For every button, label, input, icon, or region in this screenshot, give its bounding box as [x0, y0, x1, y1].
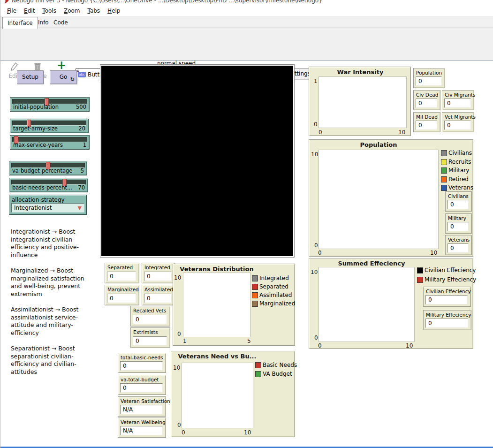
chooser-allocation-strategy[interactable]: allocation-strategy Integrationist ▼ — [9, 195, 87, 215]
axis-label: 0 — [314, 242, 318, 249]
slider-label: basic-needs-percent... — [12, 184, 72, 191]
title-bar: Netlogo mil ver 3 - Netlogo {C:\Users\..… — [0, 0, 493, 5]
slider-basic-needs-percent[interactable]: basic-needs-percent...70 — [9, 178, 88, 192]
monitor-total-basic-needs: total-basic-needs0 — [118, 353, 166, 373]
legend-swatch — [441, 167, 447, 174]
menu-file[interactable]: File — [3, 7, 20, 15]
plot-area — [319, 76, 407, 128]
monitor-marginalized: Marginalized0 — [105, 285, 139, 305]
note-integrationist: Integrationist → Boost integrationist ci… — [11, 228, 91, 259]
legend-swatch — [252, 275, 258, 281]
plot-title: Veterans Distribution — [173, 266, 260, 273]
axis-label: 0 — [318, 250, 322, 256]
netlogo-app-icon — [4, 0, 9, 4]
monitor-va-total-budget: va-total-budget0 — [118, 375, 166, 395]
slider-value: 20 — [78, 125, 85, 132]
chooser-value: Integrationist — [14, 205, 52, 211]
axis-label: 0 — [314, 121, 318, 128]
menu-zoom[interactable]: Zoom — [60, 7, 84, 15]
tab-code[interactable]: Code — [49, 17, 73, 29]
monitor-vet-migrants: Vet Migrants0 — [442, 112, 474, 132]
legend-item-integrated: Integrated — [252, 275, 289, 281]
axis-label: 10 — [398, 129, 405, 136]
monitor-veteran-satisfaction: Veteran SatisfactionN/A — [118, 396, 166, 417]
slider-label: target-army-size — [13, 125, 58, 132]
legend-item-civilian-effeciency: Civilian Effeciency — [417, 267, 476, 273]
menu-edit[interactable]: Edit — [20, 7, 38, 15]
plot-area — [182, 363, 253, 428]
plot-area — [319, 267, 415, 342]
pencil-icon — [10, 62, 18, 71]
legend-item-civilians: Civilians — [441, 150, 472, 156]
world-view-frame — [100, 64, 295, 258]
monitor-integrated: Integrated0 — [142, 263, 175, 283]
axis-label: 0 — [182, 429, 185, 436]
menu-tools[interactable]: Tools — [38, 7, 60, 15]
monitor-veteran-wellbeing: Veteran WellbeingN/A — [118, 418, 166, 438]
plot-area — [319, 150, 439, 249]
monitor-assimilated: Assimilated0 — [142, 285, 175, 305]
chooser-select[interactable]: Integrationist ▼ — [11, 203, 84, 213]
legend-swatch — [252, 292, 258, 298]
interface-toolbar: Edit Delete + Add abc Button ▼ normal sp… — [0, 28, 493, 61]
legend-swatch — [255, 371, 261, 377]
axis-label: 10 — [311, 269, 318, 275]
slider-label: initial-population — [13, 104, 59, 110]
monitor-civ-dead: Civ Dead0 — [413, 90, 440, 110]
note-assimilationist: Assimilationist → Boost assimilationist … — [11, 306, 91, 337]
legend-item-military: Military — [441, 167, 469, 174]
slider-label: va-budget-percentage — [12, 167, 72, 174]
note-separationist: Separationist → Boost separationist civi… — [11, 345, 91, 376]
legend-swatch — [441, 185, 447, 191]
axis-label: 10 — [430, 250, 437, 256]
axis-label: 10 — [244, 429, 251, 436]
legend-swatch — [441, 150, 447, 156]
slider-max-service-years[interactable]: max-service-years1 — [10, 135, 90, 150]
legend-item-recruits: Recruits — [441, 159, 471, 165]
tab-strip: Interface Info Code — [0, 16, 493, 28]
monitor-separated: Separated0 — [105, 263, 139, 283]
plot-title: Population — [309, 141, 448, 148]
axis-label: 10 — [174, 274, 181, 281]
menu-tabs[interactable]: Tabs — [84, 7, 104, 15]
slider-target-army-size[interactable]: target-army-size20 — [10, 119, 89, 133]
tab-interface[interactable]: Interface — [2, 17, 38, 29]
slider-value: 5 — [81, 167, 84, 174]
plot-title: War Intensity — [309, 68, 411, 76]
forever-icon: ↻ — [70, 76, 75, 83]
legend-swatch — [255, 362, 261, 368]
world-view[interactable] — [101, 66, 293, 256]
plot-war-intensity: War Intensity 1 0 0 10 — [309, 67, 411, 136]
slider-initial-population[interactable]: initial-population500 — [10, 97, 90, 112]
slider-va-budget-percentage[interactable]: va-budget-percentage5 — [9, 161, 87, 175]
monitor-population: Population0 — [413, 68, 445, 88]
plus-icon: + — [53, 60, 70, 70]
plot-title: Summed Effeciency — [309, 260, 434, 267]
monitor-military-effeciency: Military Effeciency0 — [423, 310, 471, 330]
widget-dot-icon — [77, 70, 79, 72]
notes-block: Integrationist → Boost integrationist ci… — [11, 228, 91, 384]
slider-label: max-service-years — [13, 142, 63, 148]
go-button[interactable]: Go ↻ — [50, 70, 77, 84]
legend-swatch — [417, 277, 423, 283]
legend-item-basic-needs: Basic Needs — [255, 362, 297, 368]
slider-value: 70 — [78, 184, 85, 191]
legend-item-va-budget: VA Budget — [255, 371, 292, 377]
legend-swatch — [252, 284, 258, 290]
chooser-arrow-icon: ▼ — [78, 205, 82, 211]
axis-label: 10 — [173, 364, 180, 371]
legend-swatch — [441, 176, 447, 182]
monitor-extrimists: Extrimists0 — [130, 327, 170, 348]
legend-item-veterans: Veterans — [441, 184, 473, 191]
slider-value: 500 — [76, 104, 86, 110]
legend-item-retired: Retired — [441, 176, 469, 182]
monitor-civilian-effeciency: Civilian Effeciency0 — [423, 287, 471, 307]
axis-label: 5 — [247, 338, 251, 344]
axis-label: 0 — [177, 331, 181, 337]
setup-button[interactable]: Setup — [17, 70, 44, 84]
axis-label: 10 — [311, 151, 318, 158]
plot-area — [183, 273, 250, 337]
window-title: Netlogo mil ver 3 - Netlogo {C:\Users\..… — [12, 0, 322, 4]
menu-help[interactable]: Help — [104, 7, 124, 15]
axis-label: 0 — [319, 129, 322, 136]
